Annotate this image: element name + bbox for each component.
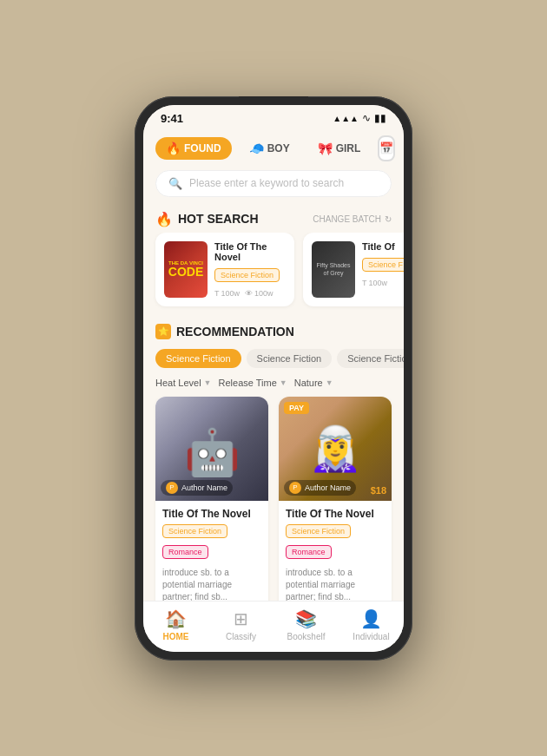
book-genre-0: Science Fiction	[162, 524, 227, 538]
book-card-0[interactable]: 🤖 P Author Name Title Of The Novel Scien…	[155, 397, 268, 601]
book-card-title-1: Title Of The Novel	[286, 508, 385, 520]
book-info-1: Title Of The Novel Science Fiction T 100…	[214, 241, 286, 298]
stat-views-1: 👁 100w	[245, 289, 274, 298]
book-card-1[interactable]: 🧝‍♀️ PAY $18 P Author Name Title Of The …	[279, 397, 392, 601]
book-grid: 🤖 P Author Name Title Of The Novel Scien…	[143, 397, 404, 601]
book-genre-1: Science Fiction	[286, 524, 351, 538]
bottom-nav: 🏠 HOME ⊞ Classify 📚 Bookshelf 👤 Individu…	[143, 601, 404, 652]
cover-fifty-text: Fifty Shades of Grey	[313, 261, 353, 277]
rec-shield-icon: ⭐	[155, 324, 171, 339]
tab-boy-label: BOY	[267, 142, 290, 154]
nav-bookshelf-label: Bookshelf	[287, 632, 326, 641]
sort-options: Heat Level ▼ Release Time ▼ Nature ▼	[143, 378, 404, 397]
nav-classify-label: Classify	[226, 632, 256, 641]
wifi-icon: ∿	[362, 112, 371, 124]
hot-card-2[interactable]: Fifty Shades of Grey Title Of Science F …	[303, 233, 404, 306]
book-desc-1: introduce sb. to a potential marriage pa…	[286, 567, 385, 601]
nav-home-label: HOME	[163, 632, 189, 641]
book-card-body-1: Title Of The Novel Science Fiction Roman…	[279, 501, 392, 601]
tab-found[interactable]: 🔥 FOUND	[155, 137, 232, 160]
individual-icon: 👤	[360, 608, 382, 629]
book-cover-davinci: THE DA VINCI CODE	[164, 241, 208, 298]
sort-heat[interactable]: Heat Level ▼	[155, 378, 212, 388]
genre-tag-1: Science Fiction	[214, 268, 280, 282]
girl-icon: 🎀	[318, 141, 333, 155]
sort-heat-arrow: ▼	[204, 378, 212, 387]
refresh-icon: ↻	[385, 214, 392, 224]
book-stats-2: T 100w	[362, 279, 404, 287]
words-icon-2: T	[362, 279, 367, 287]
hot-card-1[interactable]: THE DA VINCI CODE Title Of The Novel Sci…	[155, 233, 294, 306]
classify-icon: ⊞	[234, 608, 248, 629]
hot-search-header: 🔥 HOT SEARCH CHANGE BATCH ↻	[143, 204, 404, 233]
stat-words-2: T 100w	[362, 279, 387, 287]
book-stats-1: T 100w 👁 100w	[214, 289, 286, 298]
author-overlay-1: P Author Name	[284, 480, 356, 496]
pay-badge: PAY	[284, 402, 309, 414]
book-card-img-1: 🧝‍♀️ PAY $18 P Author Name	[279, 397, 392, 501]
scroll-area[interactable]: 🔥 FOUND 🧢 BOY 🎀 GIRL 📅 🔍	[143, 128, 404, 601]
top-tabs: 🔥 FOUND 🧢 BOY 🎀 GIRL 📅	[143, 128, 404, 167]
filter-tab-0[interactable]: Science Fiction	[155, 349, 241, 368]
filter-label-1: Science Fiction	[257, 353, 322, 364]
nav-classify[interactable]: ⊞ Classify	[208, 608, 274, 641]
author-name-1: Author Name	[305, 483, 351, 492]
change-batch-label: CHANGE BATCH	[313, 214, 381, 224]
boy-icon: 🧢	[249, 141, 264, 155]
search-icon: 🔍	[168, 177, 182, 190]
author-overlay-0: P Author Name	[161, 480, 233, 496]
mech-figure-icon: 🤖	[184, 426, 241, 479]
sort-nature-arrow: ▼	[326, 378, 333, 387]
nav-home[interactable]: 🏠 HOME	[143, 608, 208, 641]
book-card-title-0: Title Of The Novel	[162, 508, 261, 520]
genre-tag-2: Science F	[362, 258, 404, 272]
recommendation-title: RECOMMENDATION	[176, 325, 294, 339]
filter-label-0: Science Fiction	[166, 353, 231, 364]
sort-release-label: Release Time	[219, 378, 277, 388]
search-placeholder: Please enter a keyword to search	[189, 177, 344, 189]
book-card-body-0: Title Of The Novel Science Fiction Roman…	[155, 501, 268, 601]
author-avatar-1: P	[289, 482, 301, 494]
hot-cards-list: THE DA VINCI CODE Title Of The Novel Sci…	[143, 233, 404, 317]
calendar-button[interactable]: 📅	[378, 135, 395, 161]
calendar-icon: 📅	[379, 141, 393, 154]
tab-girl[interactable]: 🎀 GIRL	[307, 137, 372, 160]
bookshelf-icon: 📚	[295, 608, 317, 629]
search-box[interactable]: 🔍 Please enter a keyword to search	[155, 170, 392, 197]
battery-icon: ▮▮	[374, 112, 386, 124]
found-icon: 🔥	[166, 141, 181, 155]
girl-figure-icon: 🧝‍♀️	[308, 424, 362, 474]
book-romance-1: Romance	[286, 545, 332, 559]
recommendation-section: ⭐ RECOMMENDATION Science Fiction Science…	[143, 317, 404, 601]
phone-screen: 9:41 ▲▲▲ ∿ ▮▮ 🔥 FOUND 🧢 BOY 🎀	[143, 105, 404, 652]
sort-release[interactable]: Release Time ▼	[219, 378, 287, 388]
book-card-img-0: 🤖 P Author Name	[155, 397, 268, 501]
sort-nature-label: Nature	[294, 378, 323, 388]
phone-frame: 9:41 ▲▲▲ ∿ ▮▮ 🔥 FOUND 🧢 BOY 🎀	[135, 96, 412, 661]
words-icon: T	[214, 289, 220, 298]
tab-boy[interactable]: 🧢 BOY	[239, 137, 300, 160]
author-avatar-0: P	[166, 482, 178, 494]
views-icon: 👁	[245, 289, 253, 298]
hot-search-label: HOT SEARCH	[178, 212, 259, 226]
home-icon: 🏠	[165, 608, 187, 629]
sort-nature[interactable]: Nature ▼	[294, 378, 333, 388]
nav-individual[interactable]: 👤 Individual	[339, 608, 404, 641]
nav-bookshelf[interactable]: 📚 Bookshelf	[274, 608, 339, 641]
tag-row-0: Science Fiction Romance	[162, 524, 261, 562]
filter-tab-1[interactable]: Science Fiction	[247, 349, 333, 368]
filter-tabs: Science Fiction Science Fiction Science …	[143, 346, 404, 378]
filter-tab-2[interactable]: Science Fiction	[337, 349, 404, 368]
search-container: 🔍 Please enter a keyword to search	[143, 167, 404, 204]
book-info-2: Title Of Science F T 100w	[362, 241, 404, 287]
nav-individual-label: Individual	[353, 632, 389, 641]
filter-label-2: Science Fiction	[347, 353, 404, 364]
change-batch-button[interactable]: CHANGE BATCH ↻	[313, 214, 392, 224]
status-bar: 9:41 ▲▲▲ ∿ ▮▮	[143, 105, 404, 128]
sort-release-arrow: ▼	[280, 378, 287, 387]
price-badge: $18	[371, 485, 386, 496]
status-time: 9:41	[161, 112, 183, 125]
book-desc-0: introduce sb. to a potential marriage pa…	[162, 567, 261, 601]
book-cover-fifty: Fifty Shades of Grey	[312, 241, 355, 298]
tag-row-1: Science Fiction Romance	[286, 524, 385, 562]
